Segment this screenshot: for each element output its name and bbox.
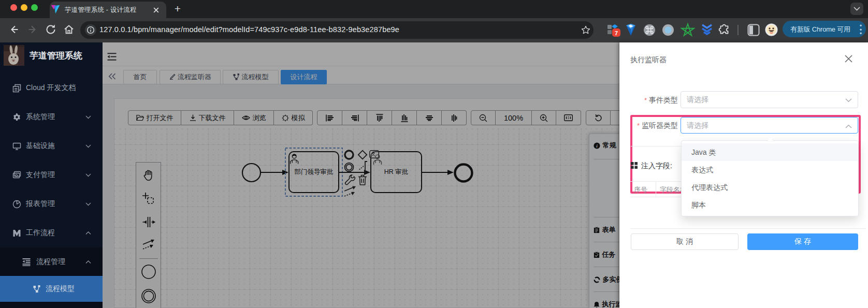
svg-text:7: 7 [615, 30, 618, 36]
